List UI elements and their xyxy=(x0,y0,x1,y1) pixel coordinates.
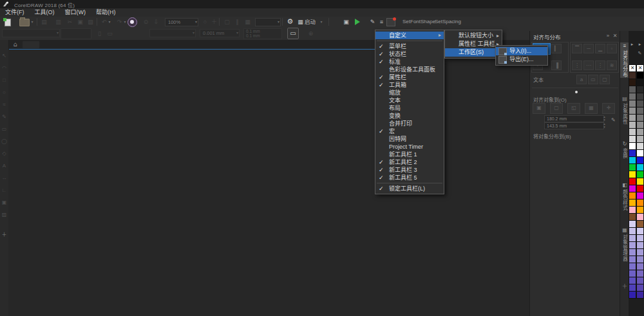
paste-icon[interactable]: ▧ xyxy=(86,18,95,26)
copy-icon[interactable]: ▣ xyxy=(76,18,84,26)
context-menu-item-17[interactable]: ✓新工具栏 2 xyxy=(375,158,444,166)
options-gear-icon[interactable]: ⚙ xyxy=(286,17,294,26)
distribute-center-button[interactable]: ⋯ xyxy=(583,60,594,70)
welcome-screen-icon[interactable] xyxy=(128,17,137,27)
customize-submenu-item-0[interactable]: 默认按钮大小▸ xyxy=(445,32,502,40)
context-menu-item-0[interactable]: 自定义▸ xyxy=(375,32,444,39)
show-grid-icon[interactable]: ▦ xyxy=(243,18,252,26)
context-menu-item-13[interactable]: ✓宏 xyxy=(375,127,444,135)
context-menu-item-6[interactable]: ✓属性栏 xyxy=(375,73,444,81)
portrait-icon[interactable]: ▯ xyxy=(95,30,104,37)
docker-pin-icon[interactable]: » xyxy=(605,33,611,39)
landscape-icon[interactable]: ▭ xyxy=(106,30,114,37)
palette-scroll-arrow-icon[interactable]: ▸ xyxy=(636,41,643,48)
menubar-item-3[interactable]: 帮助(H) xyxy=(91,8,121,17)
context-menu-item-11[interactable]: 变换 xyxy=(375,112,444,120)
text-outline-button[interactable]: ▢ xyxy=(600,75,610,84)
connector-tool-icon[interactable]: ∟ xyxy=(0,186,8,195)
text-first-baseline-button[interactable]: a xyxy=(576,75,587,84)
docker-tab-3[interactable]: ◧颜色样式 xyxy=(620,181,629,211)
context-menu-item-18[interactable]: ✓新工具栏 3 xyxy=(375,166,444,174)
align-center-v-button[interactable]: ─ xyxy=(583,44,594,53)
launch-dropdown-arrow-icon[interactable]: ▾ xyxy=(319,18,324,26)
docker-tab-4[interactable]: ▦对象管理器 xyxy=(620,227,629,262)
context-menu-item-5[interactable]: 色彩设备工具面板 xyxy=(375,66,444,73)
context-menu-item-8[interactable]: 缩放 xyxy=(375,89,444,97)
page-frame-icon[interactable]: ▭ xyxy=(287,28,299,39)
align-right-button[interactable]: ▐ xyxy=(551,60,562,70)
open-folder-icon[interactable] xyxy=(19,19,30,26)
context-menu-item-10[interactable]: 布局 xyxy=(375,104,444,112)
pan-tool-icon[interactable]: ＋ xyxy=(210,18,218,26)
docker-tab-0[interactable]: ≡对齐与分布 xyxy=(620,42,629,78)
document-tab[interactable] xyxy=(23,41,39,48)
quick-customize-plus-icon[interactable]: ⊕ xyxy=(307,30,315,37)
custom-button-setfontshape[interactable]: SetFontShape xyxy=(401,18,437,26)
nudge-stepper[interactable]: 0.001 mm▾ xyxy=(200,29,240,37)
zoom-tool-icon[interactable]: ○ xyxy=(0,88,8,97)
undo-dropdown-arrow-icon[interactable]: ▾ xyxy=(107,18,112,26)
docker-tab-2[interactable]: ↻变换 xyxy=(620,140,629,159)
context-menu-item-4[interactable]: ✓标准 xyxy=(375,58,444,66)
workspace-submenu-item-0[interactable]: 导入(I)... xyxy=(496,47,547,55)
context-menu-item-3[interactable]: ✓状态栏 xyxy=(375,50,444,58)
align-to-point-button[interactable]: ✛ xyxy=(602,103,615,114)
print-icon[interactable]: ▥ xyxy=(54,18,62,26)
docker-tab-1[interactable]: ▤对象属性 xyxy=(620,95,629,125)
context-menu-item-12[interactable]: 合并打印 xyxy=(375,120,444,127)
crop-tool-icon[interactable]: □ xyxy=(0,76,8,85)
launcher-grid-icon[interactable]: ▦ xyxy=(296,18,305,26)
open-dropdown-arrow-icon[interactable]: ▾ xyxy=(30,18,35,26)
palette-scroll-arrow-icon[interactable]: ▸ xyxy=(629,41,636,48)
text-bounding-box-button[interactable]: ▭ xyxy=(588,75,598,84)
context-menu-item-19[interactable]: ✓新工具栏 5 xyxy=(375,174,444,181)
drop-shadow-tool-icon[interactable]: ▣ xyxy=(0,198,8,207)
redo-dropdown-arrow-icon[interactable]: ▾ xyxy=(122,18,128,26)
save-icon[interactable]: ▤ xyxy=(40,18,48,26)
align-bottom-button[interactable]: ▁ xyxy=(595,44,605,53)
palette-swatch[interactable] xyxy=(636,291,644,299)
align-to-page-edge-button[interactable]: ▢ xyxy=(550,103,563,114)
new-document-icon[interactable] xyxy=(3,18,12,26)
freehand-tool-icon[interactable]: ≈ xyxy=(0,100,8,109)
point-y-field[interactable]: 143.5 mm xyxy=(544,122,604,129)
palette-swatch[interactable] xyxy=(629,291,636,299)
edit-macro-icon[interactable]: ✎ xyxy=(368,18,377,26)
zoom-tool-icon[interactable]: ○ xyxy=(201,18,209,26)
menubar-item-2[interactable]: 窗口(W) xyxy=(60,8,91,17)
context-menu-item-15[interactable]: Project Timer xyxy=(375,143,444,151)
text-tool-icon[interactable]: A xyxy=(0,162,8,171)
show-rulers-icon[interactable]: ∥ xyxy=(233,18,242,26)
zoom-level-dropdown[interactable]: 100%▾ xyxy=(165,18,198,26)
align-option-button[interactable]: ▫ xyxy=(607,44,617,53)
customize-submenu-item-1[interactable]: 属性栏 工具栏▸ xyxy=(445,40,502,48)
context-menu-item-7[interactable]: ✓工具箱 xyxy=(375,81,444,89)
import-icon[interactable]: ⇩ xyxy=(152,18,160,26)
context-menu-item-21[interactable]: ✓锁定工具栏(L) xyxy=(375,185,444,192)
record-macro-icon[interactable] xyxy=(386,18,395,26)
docker-close-icon[interactable]: ✕ xyxy=(612,33,618,39)
context-menu-item-9[interactable]: 文本 xyxy=(375,97,444,104)
workspace-submenu-item-1[interactable]: 导出(E)... xyxy=(496,55,547,64)
distribute-spacing-button[interactable]: ≋ xyxy=(607,60,617,70)
duplicate-distance-stepper[interactable]: 0.1 mm0.1 mm xyxy=(243,28,282,39)
customize-submenu-item-2[interactable]: 工作区(S)▸ xyxy=(445,48,502,57)
distribute-right-button[interactable]: ⋮ xyxy=(595,60,605,70)
window-layout-icon[interactable]: ▣ xyxy=(342,18,350,26)
add-tool-button[interactable]: ＋ xyxy=(0,230,8,239)
launch-label[interactable]: 启动 xyxy=(305,18,316,26)
align-to-active-object-button[interactable]: ▣ xyxy=(533,103,545,114)
page-dimensions-stepper[interactable] xyxy=(61,28,91,39)
menubar-item-1[interactable]: 工具(O) xyxy=(30,8,60,17)
distribute-left-button[interactable]: ⋮ xyxy=(572,60,582,70)
align-to-grid-button[interactable]: ▦ xyxy=(585,103,598,114)
run-macro-icon[interactable] xyxy=(355,19,360,25)
quick-customize-strip-plus-icon[interactable]: ＋ xyxy=(620,282,629,290)
menubar-item-0[interactable]: 文件(F) xyxy=(0,8,30,17)
context-menu-item-14[interactable]: 因特网 xyxy=(375,135,444,143)
align-center-h-button[interactable]: ▎ xyxy=(551,44,562,53)
palette-eyedropper-icon[interactable]: ✎ xyxy=(636,50,643,57)
pick-tool-icon[interactable]: ↖ xyxy=(0,51,8,60)
artistic-media-tool-icon[interactable]: ✎ xyxy=(0,113,8,122)
search-content-icon[interactable]: ⊙ xyxy=(142,18,150,26)
